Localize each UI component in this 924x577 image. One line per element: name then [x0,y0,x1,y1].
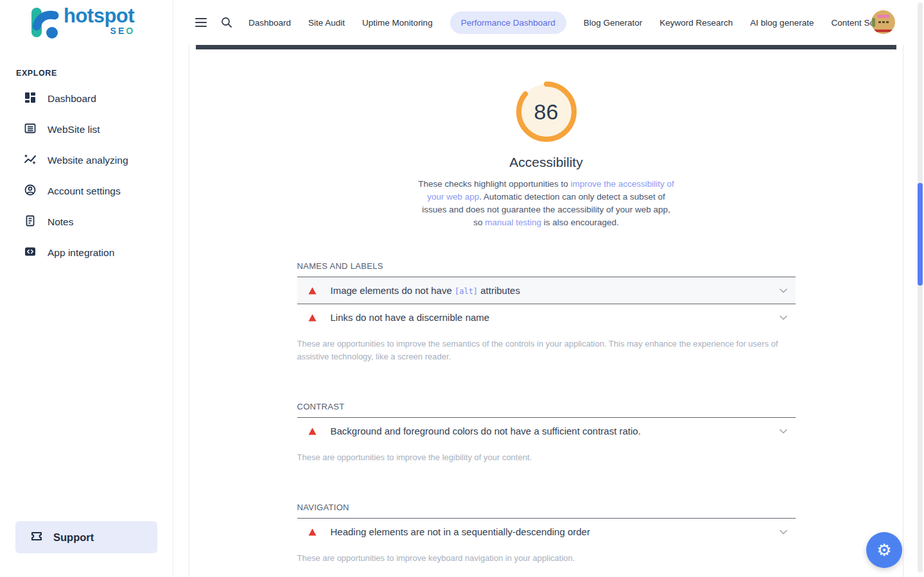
category-description: These checks highlight opportunities to … [417,178,676,229]
section-title: NAMES AND LABELS [297,261,796,277]
report-top-bar [196,45,896,49]
section-explainer: These are opportunities to improve the s… [297,338,796,363]
audit-row-contrast[interactable]: Background and foreground colors do not … [297,417,796,444]
section-contrast: CONTRAST Background and foreground color… [297,402,796,464]
audit-title: Links do not have a discernible name [331,312,490,323]
audit-row-link-name[interactable]: Links do not have a discernible name [297,304,796,331]
dashboard-grid-icon [24,91,37,107]
top-navigation: Dashboard Site Audit Uptime Monitoring P… [174,0,903,45]
scrollbar-track[interactable] [918,3,923,573]
sidebar-item-label: App integration [48,247,114,259]
logo-subtext: SEO [64,26,134,35]
warning-triangle-icon [308,528,317,536]
section-explainer: These are opportunities to improve the l… [297,451,796,464]
website-list-icon [24,122,37,137]
top-menu: Dashboard Site Audit Uptime Monitoring P… [248,12,887,34]
ticket-icon [30,529,44,546]
chevron-down-icon [780,429,787,434]
topnav-item-performance-dashboard[interactable]: Performance Dashboard [450,12,566,34]
chevron-down-icon [780,288,787,293]
settings-fab-button[interactable]: ⚙ [866,532,902,568]
warning-triangle-icon [308,427,317,435]
hotspot-logo-icon [30,6,60,43]
section-explainer: These are opportunities to improve keybo… [297,552,796,565]
score-value: 86 [516,82,577,142]
audit-row-heading-order[interactable]: Heading elements are not in a sequential… [297,518,796,545]
logo-text: hotspot [64,4,134,27]
sidebar-item-label: Dashboard [48,93,96,105]
topnav-item-dashboard[interactable]: Dashboard [248,18,291,28]
account-settings-icon [24,184,37,199]
support-label: Support [53,531,94,544]
app-integration-icon [24,245,37,261]
topnav-item-site-audit[interactable]: Site Audit [308,18,345,28]
sidebar: hotspot SEO EXPLORE Dashboard WebSite li… [0,0,173,577]
audit-title: Image elements do not have [alt] attribu… [331,285,520,296]
code-snippet: [alt] [455,287,478,296]
topnav-item-ai-blog-generate[interactable]: AI blog generate [750,18,814,28]
sidebar-nav: Dashboard WebSite list Website analyzing [0,83,173,268]
sidebar-item-notes[interactable]: Notes [0,207,173,237]
sidebar-item-label: WebSite list [48,124,100,135]
warning-triangle-icon [308,287,317,295]
sidebar-item-label: Notes [48,216,74,228]
notes-icon [24,214,37,230]
scrollbar-thumb[interactable] [918,183,923,286]
website-analyzing-icon [24,153,37,168]
section-title: NAVIGATION [297,503,796,518]
sidebar-item-account-settings[interactable]: Account settings [0,176,173,207]
search-icon[interactable] [220,16,233,29]
sidebar-section-label: EXPLORE [16,69,57,78]
user-avatar[interactable] [871,10,895,34]
topnav-item-keyword-research[interactable]: Keyword Research [659,18,733,28]
section-names-and-labels: NAMES AND LABELS Image elements do not h… [297,261,796,363]
chevron-down-icon [780,315,787,320]
sidebar-item-website-list[interactable]: WebSite list [0,114,173,145]
topnav-item-blog-generator[interactable]: Blog Generator [584,18,643,28]
manual-testing-link[interactable]: manual testing [485,218,541,227]
category-title: Accessibility [297,155,796,170]
audit-title: Background and foreground colors do not … [331,426,641,436]
chevron-down-icon [780,530,787,535]
section-navigation: NAVIGATION Heading elements are not in a… [297,503,796,565]
sidebar-item-website-analyzing[interactable]: Website analyzing [0,145,173,176]
audit-title: Heading elements are not in a sequential… [331,526,590,537]
topnav-item-uptime-monitoring[interactable]: Uptime Monitoring [362,18,433,28]
lighthouse-report-panel: 86 Accessibility These checks highlight … [189,45,903,577]
sidebar-item-dashboard[interactable]: Dashboard [0,83,173,114]
accessibility-score-gauge[interactable]: 86 [516,82,577,142]
gear-icon: ⚙ [876,540,891,560]
sidebar-item-label: Website analyzing [48,155,128,166]
audit-row-image-alt[interactable]: Image elements do not have [alt] attribu… [297,277,796,304]
section-title: CONTRAST [297,402,796,417]
support-button[interactable]: Support [15,521,157,553]
app-logo[interactable]: hotspot SEO [30,6,134,43]
sidebar-item-label: Account settings [48,185,121,197]
warning-triangle-icon [308,314,317,322]
sidebar-item-app-integration[interactable]: App integration [0,237,173,268]
menu-icon[interactable] [195,15,207,30]
